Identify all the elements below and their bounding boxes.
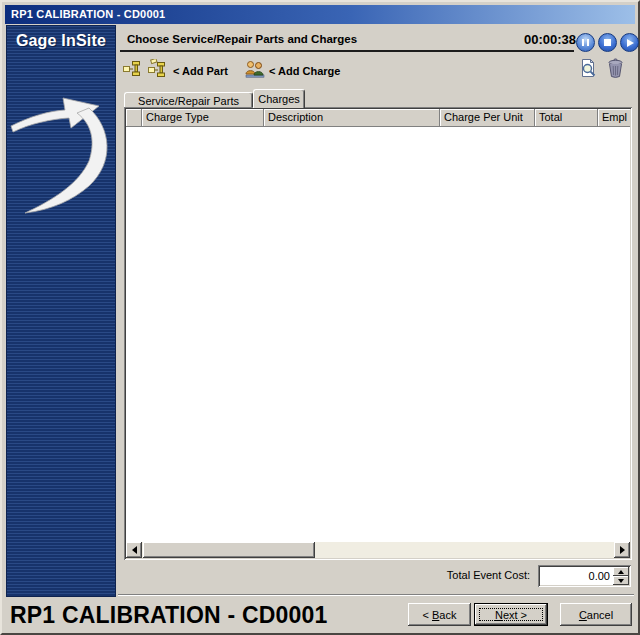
grid-header-row: Charge Type Description Charge Per Unit … bbox=[126, 109, 630, 127]
part-tool-icon[interactable] bbox=[123, 60, 143, 82]
document-magnifier-icon bbox=[579, 58, 597, 79]
branding-sidebar: Gage InSite bbox=[6, 25, 116, 597]
grid-body-empty bbox=[126, 127, 630, 542]
arrow-right-icon bbox=[620, 546, 625, 554]
gage-insite-logo: Gage InSite bbox=[7, 32, 115, 50]
event-title: RP1 CALIBRATION - CD0001 bbox=[10, 602, 327, 629]
arrow-left-icon bbox=[132, 546, 137, 554]
total-event-cost-label: Total Event Cost: bbox=[392, 569, 530, 581]
column-header-selector bbox=[126, 109, 142, 127]
column-header-charge-type[interactable]: Charge Type bbox=[142, 109, 264, 127]
event-timer: 00:00:38 bbox=[514, 32, 576, 47]
column-header-employee[interactable]: Empl bbox=[598, 109, 630, 127]
preview-button[interactable] bbox=[579, 58, 597, 83]
scroll-right-button[interactable] bbox=[614, 542, 630, 558]
trash-icon bbox=[607, 58, 624, 79]
column-header-charge-per-unit[interactable]: Charge Per Unit bbox=[440, 109, 535, 127]
add-charge-label[interactable]: < Add Charge bbox=[269, 65, 340, 77]
charges-grid: Charge Type Description Charge Per Unit … bbox=[124, 107, 632, 560]
timer-stop-button[interactable] bbox=[598, 33, 617, 52]
scroll-left-button[interactable] bbox=[126, 542, 142, 558]
header-divider bbox=[120, 50, 574, 52]
cancel-button[interactable]: Cancel bbox=[560, 603, 632, 626]
back-button-label: < Back bbox=[423, 609, 457, 621]
focus-rectangle bbox=[479, 608, 543, 621]
charges-grid-viewport: Charge Type Description Charge Per Unit … bbox=[126, 109, 630, 558]
title-bar: RP1 CALIBRATION - CD0001 bbox=[5, 5, 635, 24]
cancel-button-label: Cancel bbox=[579, 609, 613, 621]
column-header-description[interactable]: Description bbox=[264, 109, 440, 127]
stop-icon bbox=[604, 39, 611, 46]
arrow-up-icon bbox=[618, 570, 624, 574]
delete-button[interactable] bbox=[607, 58, 624, 83]
total-event-cost-input[interactable] bbox=[540, 567, 613, 585]
swoosh-graphic bbox=[9, 64, 115, 214]
people-charge-icon bbox=[245, 60, 265, 78]
dialog-window: RP1 CALIBRATION - CD0001 Gage InSite Cho… bbox=[0, 0, 640, 635]
column-header-total[interactable]: Total bbox=[535, 109, 598, 127]
spin-down-button[interactable] bbox=[613, 576, 629, 585]
scrollbar-thumb[interactable] bbox=[143, 542, 315, 558]
arrow-down-icon bbox=[618, 579, 624, 583]
timer-pause-button[interactable] bbox=[576, 33, 595, 52]
window-title: RP1 CALIBRATION - CD0001 bbox=[11, 8, 165, 20]
page-title: Choose Service/Repair Parts and Charges bbox=[127, 33, 357, 45]
total-event-cost-field bbox=[538, 565, 631, 587]
part-tool-icon bbox=[123, 60, 143, 78]
footer-divider bbox=[118, 594, 634, 596]
play-icon bbox=[627, 39, 634, 47]
add-part-label[interactable]: < Add Part bbox=[173, 65, 228, 77]
next-button[interactable]: Next > bbox=[474, 603, 548, 626]
add-charge-button[interactable] bbox=[245, 60, 265, 82]
part-tool-alt-icon bbox=[148, 59, 168, 78]
horizontal-scrollbar[interactable] bbox=[126, 542, 630, 558]
back-button[interactable]: < Back bbox=[408, 603, 471, 626]
tab-service-repair-parts[interactable]: Service/Repair Parts bbox=[124, 92, 253, 108]
spin-up-button[interactable] bbox=[613, 567, 629, 576]
timer-play-button[interactable] bbox=[620, 33, 639, 52]
total-cost-spinner bbox=[613, 567, 629, 585]
pause-icon bbox=[582, 39, 589, 46]
add-part-button[interactable] bbox=[148, 59, 168, 82]
tab-charges[interactable]: Charges bbox=[253, 89, 305, 108]
